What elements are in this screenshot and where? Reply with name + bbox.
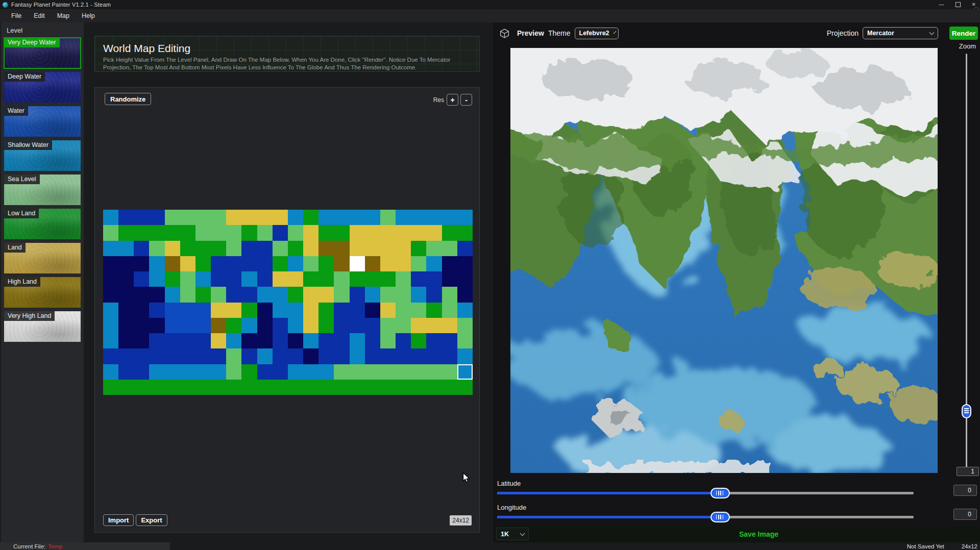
level-item-very-deep-water[interactable]: Very Deep Water [4, 38, 81, 68]
map-cell[interactable] [334, 256, 349, 271]
map-cell[interactable] [103, 303, 118, 318]
longitude-slider-handle[interactable] [710, 512, 730, 522]
map-cell[interactable] [442, 225, 457, 240]
map-cell[interactable] [180, 303, 195, 318]
map-cell[interactable] [442, 287, 457, 302]
map-cell[interactable] [318, 380, 334, 395]
map-cell[interactable] [273, 241, 288, 256]
map-cell[interactable] [318, 210, 334, 225]
map-cell[interactable] [273, 348, 288, 364]
map-cell[interactable] [457, 303, 473, 318]
map-cell[interactable] [211, 287, 226, 302]
menu-edit[interactable]: Edit [28, 12, 51, 19]
map-cell[interactable] [365, 364, 380, 380]
map-cell[interactable] [442, 333, 457, 348]
map-cell[interactable] [380, 380, 396, 395]
map-cell[interactable] [334, 241, 349, 256]
map-cell[interactable] [241, 303, 257, 318]
map-cell[interactable] [118, 333, 134, 348]
map-cell[interactable] [350, 333, 365, 348]
map-cell[interactable] [103, 225, 118, 240]
map-cell[interactable] [365, 303, 380, 318]
map-cell[interactable] [303, 225, 318, 240]
map-cell[interactable] [380, 256, 396, 271]
map-cell[interactable] [350, 271, 365, 287]
theme-dropdown[interactable]: Lefebvre2 [575, 28, 619, 39]
map-cell[interactable] [426, 364, 442, 380]
map-cell[interactable] [288, 287, 303, 302]
map-cell[interactable] [442, 256, 457, 271]
map-cell[interactable] [273, 225, 288, 240]
map-cell[interactable] [273, 318, 288, 333]
map-cell[interactable] [426, 256, 442, 271]
map-cell[interactable] [426, 318, 442, 333]
map-cell[interactable] [318, 287, 334, 302]
map-cell[interactable] [457, 210, 473, 225]
map-cell[interactable] [318, 364, 334, 380]
map-cell[interactable] [288, 364, 303, 380]
map-cell[interactable] [257, 210, 273, 225]
map-cell[interactable] [165, 364, 180, 380]
map-cell[interactable] [426, 241, 442, 256]
longitude-value-box[interactable]: 0 [953, 509, 977, 520]
map-cell[interactable] [365, 256, 380, 271]
map-cell[interactable] [195, 271, 211, 287]
map-cell[interactable] [134, 225, 149, 240]
map-cell[interactable] [396, 318, 411, 333]
map-cell[interactable] [195, 241, 211, 256]
res-increase-button[interactable]: + [447, 94, 458, 106]
map-cell[interactable] [380, 318, 396, 333]
pixel-map-grid[interactable] [103, 210, 473, 395]
map-cell[interactable] [226, 303, 241, 318]
map-cell[interactable] [211, 225, 226, 240]
map-cell[interactable] [273, 271, 288, 287]
map-cell[interactable] [211, 241, 226, 256]
map-cell[interactable] [350, 364, 365, 380]
map-cell[interactable] [118, 271, 134, 287]
map-cell[interactable] [241, 348, 257, 364]
level-item-deep-water[interactable]: Deep Water [4, 72, 81, 103]
map-cell[interactable] [273, 256, 288, 271]
map-cell[interactable] [318, 303, 334, 318]
map-cell[interactable] [257, 380, 273, 395]
latitude-value-box[interactable]: 0 [953, 485, 977, 496]
map-cell[interactable] [411, 271, 426, 287]
map-cell[interactable] [211, 271, 226, 287]
map-cell[interactable] [118, 241, 134, 256]
map-cell[interactable] [195, 380, 211, 395]
map-cell[interactable] [426, 210, 442, 225]
map-cell[interactable] [396, 364, 411, 380]
map-cell[interactable] [411, 318, 426, 333]
map-cell[interactable] [134, 318, 149, 333]
map-cell[interactable] [118, 318, 134, 333]
map-cell[interactable] [257, 318, 273, 333]
map-cell[interactable] [273, 287, 288, 302]
map-cell[interactable] [411, 241, 426, 256]
map-cell[interactable] [411, 348, 426, 364]
map-cell[interactable] [457, 241, 473, 256]
map-cell[interactable] [318, 348, 334, 364]
map-cell[interactable] [149, 364, 164, 380]
map-cell[interactable] [457, 287, 473, 302]
map-cell[interactable] [149, 241, 164, 256]
map-cell[interactable] [288, 348, 303, 364]
map-cell[interactable] [226, 318, 241, 333]
map-cell[interactable] [180, 348, 195, 364]
map-cell[interactable] [426, 303, 442, 318]
map-cell[interactable] [134, 303, 149, 318]
map-cell[interactable] [195, 225, 211, 240]
map-cell[interactable] [288, 333, 303, 348]
map-cell[interactable] [180, 380, 195, 395]
map-cell[interactable] [288, 380, 303, 395]
map-cell[interactable] [211, 348, 226, 364]
map-cell[interactable] [165, 287, 180, 302]
map-cell[interactable] [380, 241, 396, 256]
map-cell[interactable] [165, 210, 180, 225]
map-cell[interactable] [411, 364, 426, 380]
map-cell[interactable] [350, 348, 365, 364]
map-cell[interactable] [257, 256, 273, 271]
map-cell[interactable] [118, 380, 134, 395]
map-cell[interactable] [303, 303, 318, 318]
map-cell[interactable] [442, 303, 457, 318]
map-cell[interactable] [180, 271, 195, 287]
